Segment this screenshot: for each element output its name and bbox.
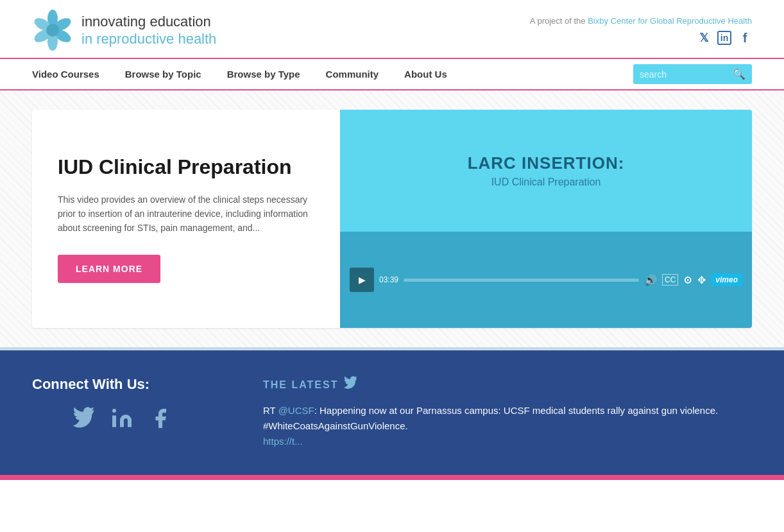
tweet-link[interactable]: https://t... xyxy=(263,436,303,447)
video-time: 03:39 xyxy=(379,275,398,284)
connect-section: Connect With Us: xyxy=(32,376,212,449)
video-title-sub: IUD Clinical Preparation xyxy=(491,176,601,188)
twitter-section: THE LATEST RT @UCSF: Happening now at ou… xyxy=(263,376,752,449)
logo-icon xyxy=(32,10,74,51)
search-button[interactable]: 🔍 xyxy=(733,68,746,80)
search-input[interactable] xyxy=(640,69,729,80)
latest-header: THE LATEST xyxy=(263,376,752,393)
tweet-text: RT @UCSF: Happening now at our Parnassus… xyxy=(263,403,752,449)
tweet-handle[interactable]: @UCSF xyxy=(278,405,314,416)
video-controls-bar: ▶ 03:39 🔊 CC ⚙ ✥ vimeo xyxy=(340,232,752,328)
video-title-main: LARC INSERTION: xyxy=(468,153,625,173)
bixby-text: A project of the Bixby Center for Global… xyxy=(530,16,752,26)
video-play-button[interactable]: ▶ xyxy=(350,268,374,292)
volume-icon[interactable]: 🔊 xyxy=(644,274,657,286)
linkedin-footer-icon[interactable] xyxy=(109,406,135,431)
logo-line2: in reproductive health xyxy=(81,31,216,47)
search-box: 🔍 xyxy=(633,64,752,84)
nav-community[interactable]: Community xyxy=(313,59,392,89)
settings-icon[interactable]: ⚙ xyxy=(683,274,692,286)
footer-wrapper: Connect With Us: THE LATEST xyxy=(0,347,784,480)
card-description: This video provides an overview of the c… xyxy=(58,193,314,236)
header-right: A project of the Bixby Center for Global… xyxy=(530,16,752,45)
nav-about-us[interactable]: About Us xyxy=(391,59,460,89)
featured-card: IUD Clinical Preparation This video prov… xyxy=(32,110,752,328)
linkedin-header-icon[interactable]: in xyxy=(717,31,731,45)
twitter-latest-icon xyxy=(343,376,357,393)
card-title: IUD Clinical Preparation xyxy=(58,155,314,179)
video-progress-bar[interactable] xyxy=(404,279,639,282)
nav-video-courses[interactable]: Video Courses xyxy=(32,59,112,89)
card-left: IUD Clinical Preparation This video prov… xyxy=(32,110,340,328)
connect-title: Connect With Us: xyxy=(32,376,212,393)
vimeo-logo: vimeo xyxy=(711,273,742,286)
fullscreen-icon[interactable]: ✥ xyxy=(697,274,706,286)
bixby-link[interactable]: Bixby Center for Global Reproductive Hea… xyxy=(588,16,752,26)
learn-more-button[interactable]: LEARN MORE xyxy=(58,255,160,283)
nav-browse-type[interactable]: Browse by Type xyxy=(214,59,313,89)
navbar: Video Courses Browse by Topic Browse by … xyxy=(0,58,784,90)
logo-text: innovating education in reproductive hea… xyxy=(81,13,216,47)
twitter-header-icon[interactable]: 𝕏 xyxy=(697,31,711,45)
nav-browse-topic[interactable]: Browse by Topic xyxy=(112,59,214,89)
footer-bottom-bar xyxy=(0,475,784,480)
video-thumbnail: LARC INSERTION: IUD Clinical Preparation xyxy=(340,110,752,232)
logo-area: innovating education in reproductive hea… xyxy=(32,10,216,51)
footer: Connect With Us: THE LATEST xyxy=(0,350,784,475)
footer-social-icons xyxy=(32,406,212,431)
main-content: IUD Clinical Preparation This video prov… xyxy=(0,90,784,347)
page-header: innovating education in reproductive hea… xyxy=(0,0,784,58)
header-social-icons: 𝕏 in f xyxy=(530,31,752,45)
facebook-header-icon[interactable]: f xyxy=(738,31,752,45)
svg-point-6 xyxy=(46,24,59,37)
twitter-footer-icon[interactable] xyxy=(71,406,96,431)
facebook-footer-icon[interactable] xyxy=(148,406,173,431)
card-right: LARC INSERTION: IUD Clinical Preparation… xyxy=(340,110,752,328)
nav-links: Video Courses Browse by Topic Browse by … xyxy=(32,59,460,89)
cc-icon[interactable]: CC xyxy=(662,274,678,286)
logo-line1: innovating education xyxy=(81,13,216,30)
video-ctrl-icons: 🔊 CC ⚙ ✥ vimeo xyxy=(644,273,742,286)
latest-label: THE LATEST xyxy=(263,379,338,391)
